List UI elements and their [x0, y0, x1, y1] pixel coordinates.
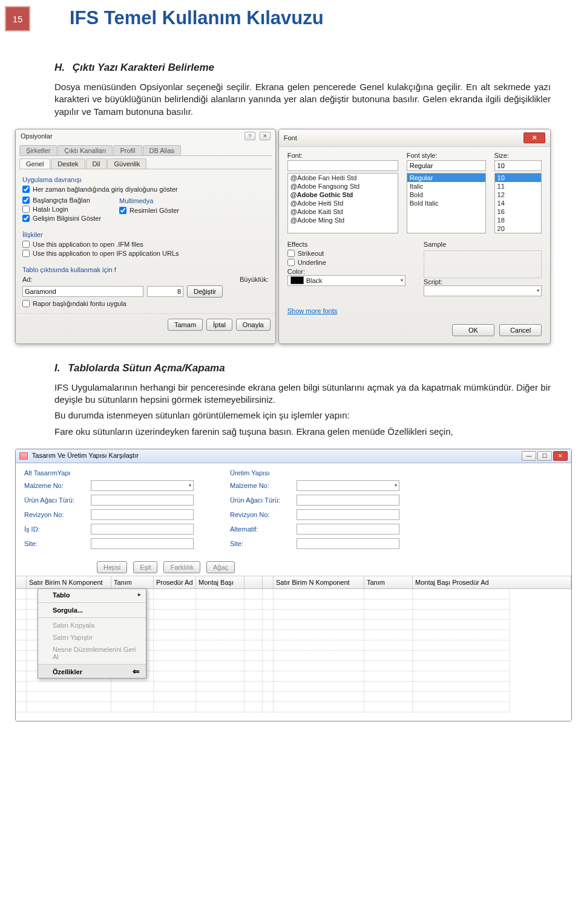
urun-input-right[interactable]	[297, 495, 399, 506]
font-size-listbox[interactable]: 10 11 12 14 16 18 20	[494, 173, 542, 233]
font-name-input[interactable]	[22, 286, 143, 297]
urun-input-left[interactable]	[91, 495, 194, 506]
menu-ozellikler[interactable]: Özellikler ⇐	[38, 664, 146, 678]
grid-header[interactable]: Satır Birim N Komponent	[27, 576, 111, 588]
chk-strikeout-label: Strikeout	[298, 250, 324, 257]
list-item[interactable]: 18	[495, 216, 541, 224]
maximize-icon[interactable]: ☐	[537, 451, 552, 461]
list-item[interactable]: 16	[495, 207, 541, 216]
chk-giris-diyalog-label: Her zaman bağlandığında giriş diyaloğunu…	[33, 186, 178, 193]
chk-baslangicta-label: Başlangıçta Bağlan	[33, 197, 90, 204]
hepsi-button[interactable]: Hepsi	[97, 561, 127, 573]
ifs-window-title: Tasarım Ve Üretim Yapısı Karşılaştır	[32, 452, 139, 459]
list-item[interactable]: Italic	[407, 182, 485, 190]
tab-dil[interactable]: Dil	[86, 158, 107, 169]
grid-header[interactable]: Prosedür Ad	[154, 576, 196, 588]
tab-db-alias[interactable]: DB Alias	[143, 145, 182, 155]
list-item[interactable]: @Adobe Gothic Std	[288, 190, 398, 199]
esit-button[interactable]: Eşit	[133, 561, 157, 573]
group-uygulama: Uygulama davranışı	[22, 176, 269, 183]
chk-underline[interactable]	[287, 259, 295, 266]
chk-giris-diyalog[interactable]	[22, 186, 30, 193]
close-icon[interactable]: ✕	[524, 132, 545, 143]
tab-cikti-kanallari[interactable]: Çıktı Kanalları	[57, 145, 113, 155]
malzeme-dropdown-right[interactable]	[297, 480, 399, 491]
close-icon[interactable]: ✕	[260, 132, 271, 140]
rev-label-r: Revizyon No:	[230, 511, 297, 518]
agac-button[interactable]: Ağaç	[206, 561, 235, 573]
rev-input-left[interactable]	[91, 509, 194, 520]
chk-resimleri-goster[interactable]	[119, 207, 126, 214]
color-dropdown[interactable]: Black	[287, 275, 405, 286]
list-item[interactable]: @Adobe Ming Std	[288, 216, 398, 224]
list-item[interactable]: @Adobe Heiti Std	[288, 199, 398, 207]
list-item[interactable]: 20	[495, 224, 541, 233]
font-listbox[interactable]: @Adobe Fan Heiti Std @Adobe Fangsong Std…	[287, 173, 398, 233]
close-icon[interactable]: ✕	[553, 451, 568, 461]
data-grid[interactable]: Satır Birim N Komponent Tanım Prosedür A…	[16, 576, 571, 721]
list-item[interactable]: Regular	[407, 174, 485, 182]
chk-strikeout[interactable]	[287, 250, 295, 257]
ok-button[interactable]: OK	[452, 324, 494, 336]
show-more-fonts-link[interactable]: Show more fonts	[287, 307, 338, 314]
list-item[interactable]: 10	[495, 174, 541, 182]
chk-rapor-font[interactable]	[22, 300, 30, 307]
tab-profil[interactable]: Profil	[113, 145, 142, 155]
list-item[interactable]: 12	[495, 190, 541, 199]
chk-open-urls-label: Use this application to open IFS applica…	[33, 250, 179, 257]
tab-guvenlik[interactable]: Güvenlik	[107, 158, 146, 169]
section-i-title: I. Tablolarda Sütun Açma/Kapama	[54, 362, 551, 374]
grid-header[interactable]: Montaj Başı	[196, 576, 245, 588]
chk-baslangicta-baglan[interactable]	[22, 197, 30, 204]
size-label: Büyüklük:	[240, 276, 269, 283]
iptal-button[interactable]: İptal	[206, 319, 232, 331]
font-style-listbox[interactable]: Regular Italic Bold Bold Italic	[407, 173, 486, 233]
list-item[interactable]: 11	[495, 182, 541, 190]
grid-header[interactable]: Tanım	[111, 576, 154, 588]
menu-tablo[interactable]: Tablo	[38, 589, 146, 601]
grid-header[interactable]: Montaj Başı Prosedür Ad	[413, 576, 571, 588]
tab-sirketler[interactable]: Şirketler	[19, 145, 57, 155]
chk-hatali-login[interactable]	[22, 206, 30, 213]
cancel-button[interactable]: Cancel	[499, 324, 542, 336]
grid-header[interactable]: Tanım	[364, 576, 413, 588]
tamam-button[interactable]: Tamam	[168, 319, 203, 331]
list-item[interactable]: 14	[495, 199, 541, 207]
chk-open-ifm[interactable]	[22, 241, 30, 248]
menu-kopyala[interactable]: Satırı Kopyala	[38, 617, 146, 631]
app-icon	[19, 452, 28, 460]
rev-input-right[interactable]	[297, 509, 399, 520]
menu-yapistir[interactable]: Satırı Yapıştır	[38, 631, 146, 643]
list-item[interactable]: @Adobe Fan Heiti Std	[288, 174, 398, 182]
help-icon[interactable]: ?	[245, 132, 255, 140]
malzeme-dropdown-left[interactable]	[91, 480, 194, 491]
tab-destek[interactable]: Destek	[51, 158, 85, 169]
minimize-icon[interactable]: —	[522, 451, 536, 461]
alt-input[interactable]	[297, 524, 399, 535]
chk-gelisim[interactable]	[22, 215, 30, 222]
tab-genel[interactable]: Genel	[19, 158, 50, 169]
site-input-right[interactable]	[297, 538, 399, 549]
font-size-input[interactable]	[147, 286, 183, 297]
menu-sorgula[interactable]: Sorgula...	[38, 602, 146, 616]
menu-gerial[interactable]: Nesne Düzenlemelerini Geri Al	[38, 643, 146, 663]
onayla-button[interactable]: Onayla	[236, 319, 271, 331]
font-style-field[interactable]	[407, 160, 486, 171]
list-item[interactable]: Bold Italic	[407, 199, 485, 207]
font-name-field[interactable]	[287, 160, 398, 171]
list-item[interactable]: @Adobe Fangsong Std	[288, 182, 398, 190]
degistir-button[interactable]: Değiştir	[187, 285, 223, 298]
grid-header[interactable]: Satır Birim N Komponent	[274, 576, 364, 588]
site-input-left[interactable]	[91, 538, 194, 549]
color-value: Black	[306, 277, 323, 284]
urun-label: Ürün Ağacı Türü:	[24, 496, 91, 504]
list-item[interactable]: @Adobe Kaiti Std	[288, 207, 398, 216]
isid-input[interactable]	[91, 524, 194, 535]
list-item[interactable]: Bold	[407, 190, 485, 199]
font-size-field[interactable]	[494, 160, 542, 171]
page-number: 15	[13, 14, 23, 24]
farklilik-button[interactable]: Farklılık	[163, 561, 200, 573]
chk-underline-label: Underline	[298, 259, 326, 266]
chk-open-urls[interactable]	[22, 250, 30, 257]
script-dropdown[interactable]	[424, 285, 542, 296]
